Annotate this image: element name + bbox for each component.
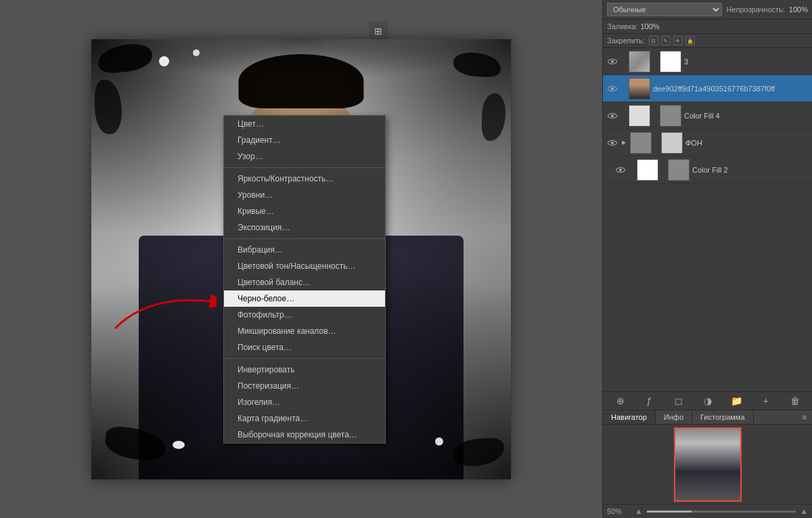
layer-item-colorfill4[interactable]: Color Fill 4 — [603, 102, 812, 129]
separator-2 — [224, 238, 385, 239]
eye-icon-3 — [608, 59, 617, 64]
menu-item-brightness[interactable]: Яркость/Контрастность… — [224, 171, 385, 187]
menu-item-huesat[interactable]: Цветовой тон/Насыщенность… — [224, 258, 385, 274]
layer-eye-cf4[interactable] — [607, 110, 618, 121]
layer-thumb-mask-cf2 — [668, 159, 690, 181]
lock-label: Закрепить: — [607, 37, 645, 45]
menu-item-gradmap[interactable]: Карта градиента… — [224, 410, 385, 427]
layer-item-colorfill2[interactable]: Color Fill 2 — [603, 156, 812, 184]
navigator-tab[interactable]: Навигатор — [603, 410, 656, 424]
lock-icons: ⊡ ✎ ✛ 🔒 — [649, 36, 695, 45]
new-adjustment-btn[interactable]: ◑ — [700, 395, 715, 407]
menu-item-exposure[interactable]: Экспозиция… — [224, 219, 385, 236]
menu-item-pattern[interactable]: Узор… — [224, 148, 385, 165]
navigator-panel: Навигатор Инфо Гистограмма ≡ 50% ▲ ▲ — [603, 410, 812, 518]
menu-item-selectivecolor[interactable]: Выборочная коррекция цвета… — [224, 427, 385, 443]
histogram-tab[interactable]: Гистограмма — [692, 410, 754, 424]
menu-item-chanmix[interactable]: Микширование каналов… — [224, 323, 385, 339]
add-mask-btn[interactable]: ◻ — [671, 395, 686, 407]
layer-name-3: 3 — [684, 58, 808, 66]
right-panel: Обычные Непрозрачность: 100% Заливка: 10… — [602, 0, 812, 518]
lock-paint-icon[interactable]: ✎ — [661, 36, 671, 45]
eye-icon-fon — [608, 140, 617, 146]
menu-item-bw[interactable]: Черно-белое… — [224, 290, 385, 307]
eye-icon-cf4 — [608, 113, 617, 118]
menu-item-levels[interactable]: Уровни… — [224, 187, 385, 203]
panel-close-btn[interactable]: ≡ — [797, 410, 812, 424]
lock-position-icon[interactable]: ✛ — [673, 36, 683, 45]
eye-pupil-cf4 — [611, 114, 614, 117]
layer-item-3[interactable]: 3 — [603, 48, 812, 75]
menu-item-curves[interactable]: Кривые… — [224, 203, 385, 219]
thumb-preview-3 — [629, 51, 650, 72]
layers-panel-header: Обычные Непрозрачность: 100% — [603, 0, 812, 20]
layer-eye-photo[interactable] — [607, 83, 618, 94]
zoom-slider-fill — [647, 511, 692, 513]
eye-icon-photo — [608, 86, 617, 91]
layer-thumb-photo — [629, 78, 650, 100]
menu-item-colorsearch[interactable]: Поиск цвета… — [224, 339, 385, 355]
eye-icon-cf2 — [616, 167, 625, 173]
layer-eye-3[interactable] — [607, 56, 618, 67]
eye-pupil-3 — [611, 60, 614, 63]
menu-item-photofilter[interactable]: Фотофильтр… — [224, 307, 385, 323]
new-layer-btn[interactable]: + — [759, 395, 773, 407]
zoom-out-icon[interactable]: ▲ — [635, 506, 643, 516]
layer-item-fon[interactable]: ▶ ФОН — [603, 129, 812, 156]
layers-list: 3 dee902ff9d71a4903516776b7387f0ff — [603, 48, 812, 391]
zoom-in-icon[interactable]: ▲ — [800, 506, 808, 516]
layer-thumb-fon — [630, 132, 652, 154]
layer-name-cf2: Color Fill 2 — [692, 166, 808, 174]
zoom-slider[interactable] — [647, 511, 796, 513]
canvas-area: ⊞ ⊟ — [0, 0, 602, 518]
menu-item-tsvet[interactable]: Цвет… — [224, 116, 385, 132]
layer-name-fon: ФОН — [685, 139, 808, 147]
menu-item-gradient[interactable]: Градиент… — [224, 132, 385, 148]
opacity-fill-row: Заливка: 100% — [603, 20, 812, 34]
navigator-tabs: Навигатор Инфо Гистограмма ≡ — [603, 410, 812, 425]
blend-mode-select[interactable]: Обычные — [607, 3, 722, 16]
lock-all-icon[interactable]: 🔒 — [685, 36, 695, 45]
eye-pupil-cf2 — [619, 169, 622, 171]
layer-item-photo[interactable]: dee902ff9d71a4903516776b7387f0ff — [603, 75, 812, 102]
nav-preview — [674, 427, 742, 502]
menu-item-colorbal[interactable]: Цветовой баланс… — [224, 274, 385, 290]
layer-thumb-3 — [629, 51, 650, 72]
layer-thumb-mask-fon — [661, 132, 683, 154]
nav-person-preview — [675, 429, 740, 500]
menu-item-invert[interactable]: Инвертировать — [224, 362, 385, 378]
layers-footer: ⊕ ƒ ◻ ◑ 📁 + 🗑 — [603, 391, 812, 410]
group-arrow-fon[interactable]: ▶ — [622, 139, 626, 146]
layer-name-cf4: Color Fill 4 — [684, 112, 808, 120]
thumb-preview-photo — [629, 79, 650, 99]
menu-item-threshold[interactable]: Изогелия… — [224, 394, 385, 410]
layer-thumb-cf4 — [629, 105, 650, 127]
new-group-btn[interactable]: 📁 — [729, 395, 744, 407]
layer-thumb-mask-3 — [660, 51, 681, 72]
context-menu: Цвет… Градиент… Узор… Яркость/Контрастно… — [223, 115, 386, 444]
add-style-btn[interactable]: ƒ — [642, 395, 657, 407]
info-tab[interactable]: Инфо — [656, 410, 692, 424]
menu-item-vibrance[interactable]: Вибрация… — [224, 242, 385, 258]
link-layers-btn[interactable]: ⊕ — [613, 395, 628, 407]
layer-name-photo: dee902ff9d71a4903516776b7387f0ff — [653, 85, 808, 93]
delete-layer-btn[interactable]: 🗑 — [788, 395, 803, 407]
lock-row: Закрепить: ⊡ ✎ ✛ 🔒 — [603, 34, 812, 48]
zoom-value: 50% — [607, 507, 631, 515]
layer-eye-fon[interactable] — [607, 137, 618, 148]
navigator-content — [603, 425, 812, 504]
eye-pupil-photo — [611, 87, 614, 90]
layer-eye-cf2[interactable] — [615, 165, 626, 175]
opacity-label-top: Непрозрачность: — [726, 5, 784, 14]
fill-value: 100% — [640, 22, 659, 30]
menu-item-posterize[interactable]: Постеризация… — [224, 378, 385, 394]
separator-1 — [224, 167, 385, 168]
hair — [239, 54, 364, 108]
mini-panel-btn-1[interactable]: ⊞ — [371, 24, 386, 39]
lock-pixel-icon[interactable]: ⊡ — [649, 36, 658, 45]
separator-3 — [224, 358, 385, 359]
fill-label: Заливка: — [607, 22, 637, 30]
layer-thumb-cf2 — [637, 159, 658, 181]
navigator-footer: 50% ▲ ▲ — [603, 504, 812, 518]
eye-pupil-fon — [611, 142, 614, 144]
